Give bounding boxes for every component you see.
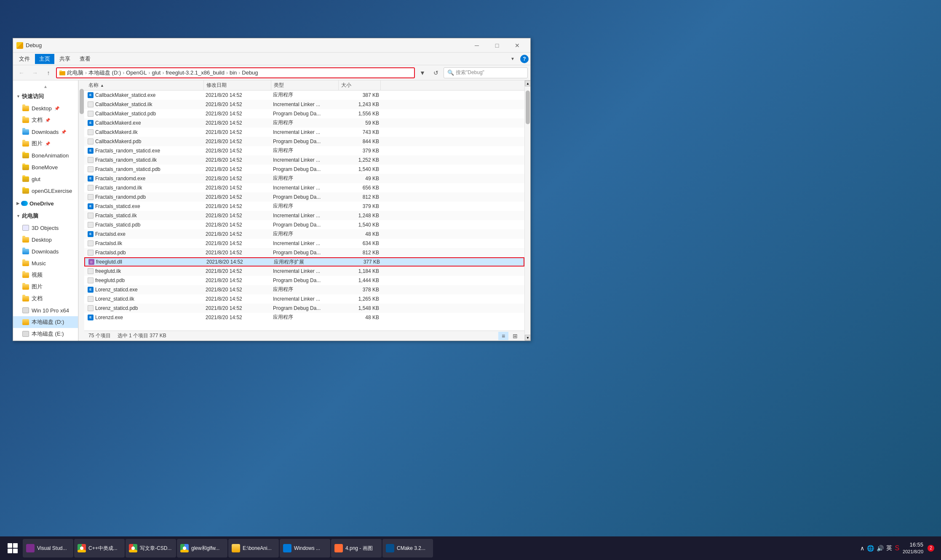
table-row[interactable]: E Lorenzd.exe 2021/8/20 14:52 应用程序 48 KB	[84, 313, 524, 322]
notification-badge[interactable]: 2	[928, 545, 934, 552]
dropdown-arrow[interactable]: ▼	[507, 53, 519, 65]
table-row[interactable]: CallbackMakerd.ilk 2021/8/20 14:52 Incre…	[84, 128, 524, 137]
forward-button[interactable]: →	[29, 67, 41, 79]
file-list[interactable]: E CallbackMaker_staticd.exe 2021/8/20 14…	[84, 91, 524, 331]
sidebar-thispc-header[interactable]: ▼ 此电脑	[13, 210, 78, 222]
table-row[interactable]: Fractals_randomd.ilk 2021/8/20 14:52 Inc…	[84, 183, 524, 192]
sidebar-item-desktop-pc[interactable]: Desktop	[13, 234, 78, 245]
minimize-button[interactable]: ─	[467, 39, 487, 52]
table-row[interactable]: Fractals_random_staticd.pdb 2021/8/20 14…	[84, 165, 524, 174]
col-header-size[interactable]: 大小	[339, 80, 381, 90]
file-name-cell: E Fractals_staticd.exe	[86, 203, 204, 209]
table-row[interactable]: Fractalsd.ilk 2021/8/20 14:52 Incrementa…	[84, 239, 524, 248]
search-box[interactable]: 🔍 搜索"Debug"	[444, 67, 528, 78]
sidebar-label-glut: glut	[32, 176, 40, 182]
scroll-up-button[interactable]: ▲	[525, 80, 530, 86]
scroll-thumb[interactable]	[526, 91, 530, 124]
tray-chevron-icon[interactable]: ∧	[860, 545, 864, 552]
sidebar-item-documents[interactable]: 文档	[13, 293, 78, 304]
taskbar-item-paint[interactable]: 4.png - 画图	[331, 539, 382, 557]
taskbar-item-windows[interactable]: Windows ...	[280, 539, 330, 557]
start-button[interactable]	[3, 539, 22, 557]
close-button[interactable]: ✕	[508, 39, 527, 52]
grid-view-button[interactable]: ⊞	[510, 332, 520, 340]
table-row[interactable]: Fractals_random_staticd.ilk 2021/8/20 14…	[84, 155, 524, 165]
table-row[interactable]: E Fractals_randomd.exe 2021/8/20 14:52 应…	[84, 174, 524, 183]
sidebar-item-win10[interactable]: Win 10 Pro x64	[13, 304, 78, 316]
sidebar-onedrive-header[interactable]: ▶ OneDrive	[13, 197, 78, 209]
table-row[interactable]: Fractals_randomd.pdb 2021/8/20 14:52 Pro…	[84, 192, 524, 202]
help-button[interactable]: ?	[520, 55, 529, 63]
sidebar-item-pictures-pc[interactable]: 图片	[13, 281, 78, 293]
sidebar-item-3dobjects[interactable]: 3D Objects	[13, 222, 78, 234]
sidebar-item-openglexercise[interactable]: openGLExercise	[13, 185, 78, 197]
table-row[interactable]: E CallbackMakerd.exe 2021/8/20 14:52 应用程…	[84, 118, 524, 128]
taskbar-item-chrome2[interactable]: 写文章-CSD...	[126, 539, 176, 557]
lang-icon[interactable]: 英	[886, 544, 892, 552]
table-row[interactable]: Fractals_staticd.ilk 2021/8/20 14:52 Inc…	[84, 211, 524, 220]
exe-icon: E	[88, 231, 94, 237]
sidebar-item-video[interactable]: 视频	[13, 269, 78, 281]
menu-file[interactable]: 文件	[15, 54, 34, 64]
list-view-button[interactable]: ≡	[498, 332, 508, 340]
file-name: Fractals_random_staticd.pdb	[95, 166, 160, 172]
back-button[interactable]: ←	[16, 67, 27, 79]
sidebar-item-downloads-quick[interactable]: Downloads 📌	[13, 126, 78, 138]
table-row[interactable]: E Lorenz_staticd.exe 2021/8/20 14:52 应用程…	[84, 285, 524, 294]
scroll-down-button[interactable]: ▼	[525, 335, 530, 341]
security-icon[interactable]: S	[895, 544, 899, 552]
taskbar-item-chrome1[interactable]: C++中类成...	[74, 539, 125, 557]
taskbar-item-chrome3[interactable]: glew和glfw...	[177, 539, 227, 557]
main-scrollbar[interactable]: ▲ ▼	[524, 80, 530, 341]
up-button[interactable]: ↑	[43, 67, 54, 79]
taskbar-item-cmake[interactable]: CMake 3.2...	[382, 539, 433, 557]
sidebar-scrollbar[interactable]	[78, 80, 84, 341]
menu-share[interactable]: 共享	[55, 54, 75, 64]
table-row[interactable]: Fractals_staticd.pdb 2021/8/20 14:52 Pro…	[84, 220, 524, 229]
taskbar-item-vs[interactable]: Visual Stud...	[23, 539, 73, 557]
dll-icon: D	[88, 259, 94, 265]
sidebar-item-bonemove[interactable]: BoneMove	[13, 161, 78, 173]
address-chevron-button[interactable]: ▼	[417, 67, 428, 79]
refresh-button[interactable]: ↺	[430, 67, 442, 79]
table-row[interactable]: E Fractals_staticd.exe 2021/8/20 14:52 应…	[84, 202, 524, 211]
col-header-date[interactable]: 修改日期	[204, 80, 271, 90]
sidebar-item-pictures[interactable]: 图片 📌	[13, 138, 78, 149]
sidebar-quick-access-header[interactable]: ▼ 快速访问	[13, 91, 78, 102]
col-header-name[interactable]: 名称 ▲	[86, 80, 204, 90]
table-row[interactable]: Fractalsd.pdb 2021/8/20 14:52 Program De…	[84, 248, 524, 257]
generic-icon	[88, 305, 94, 311]
volume-icon[interactable]: 🔊	[877, 545, 884, 552]
sidebar-scroll-thumb[interactable]	[80, 89, 84, 114]
network-icon[interactable]: 🌐	[867, 545, 874, 552]
col-header-type[interactable]: 类型	[271, 80, 339, 90]
menu-view[interactable]: 查看	[75, 54, 95, 64]
sidebar-item-desktop[interactable]: Desktop 📌	[13, 102, 78, 114]
sidebar-item-drive-d[interactable]: 本地磁盘 (D:)	[13, 316, 78, 328]
sidebar-item-drive-e[interactable]: 本地磁盘 (E:)	[13, 328, 78, 340]
taskbar-item-explorer[interactable]: E:\boneAni...	[228, 539, 279, 557]
sidebar-item-docs[interactable]: 文档 📌	[13, 114, 78, 126]
scroll-track[interactable]	[525, 86, 530, 335]
table-row[interactable]: D freeglutd.dll 2021/8/20 14:52 应用程序扩展 3…	[84, 257, 524, 267]
table-row[interactable]: Lorenz_staticd.pdb 2021/8/20 14:52 Progr…	[84, 304, 524, 313]
start-icon	[8, 543, 18, 553]
taskbar-clock[interactable]: 16:55 2021/8/20	[903, 541, 923, 555]
table-row[interactable]: E CallbackMaker_staticd.exe 2021/8/20 14…	[84, 91, 524, 100]
sidebar-item-music[interactable]: Music	[13, 257, 78, 269]
table-row[interactable]: CallbackMakerd.pdb 2021/8/20 14:52 Progr…	[84, 137, 524, 146]
address-bar[interactable]: 此电脑 › 本地磁盘 (D:) › OpenGL › glut › freegl…	[56, 67, 415, 78]
menu-home[interactable]: 主页	[35, 54, 54, 64]
table-row[interactable]: CallbackMaker_staticd.pdb 2021/8/20 14:5…	[84, 109, 524, 118]
table-row[interactable]: E Fractals_random_staticd.exe 2021/8/20 …	[84, 146, 524, 155]
table-row[interactable]: Lorenz_staticd.ilk 2021/8/20 14:52 Incre…	[84, 294, 524, 304]
table-row[interactable]: freeglutd.pdb 2021/8/20 14:52 Program De…	[84, 276, 524, 285]
maximize-button[interactable]: □	[487, 39, 507, 52]
sidebar-item-downloads-pc[interactable]: Downloads	[13, 245, 78, 257]
table-row[interactable]: CallbackMaker_staticd.ilk 2021/8/20 14:5…	[84, 100, 524, 109]
sidebar-item-boneanimation[interactable]: BoneAnimation	[13, 149, 78, 161]
table-row[interactable]: freeglutd.ilk 2021/8/20 14:52 Incrementa…	[84, 267, 524, 276]
sidebar-item-glut[interactable]: glut	[13, 173, 78, 185]
table-row[interactable]: E Fractalsd.exe 2021/8/20 14:52 应用程序 48 …	[84, 229, 524, 239]
sidebar-item-drive-f[interactable]: 本地磁盘 (F:)	[13, 340, 78, 341]
